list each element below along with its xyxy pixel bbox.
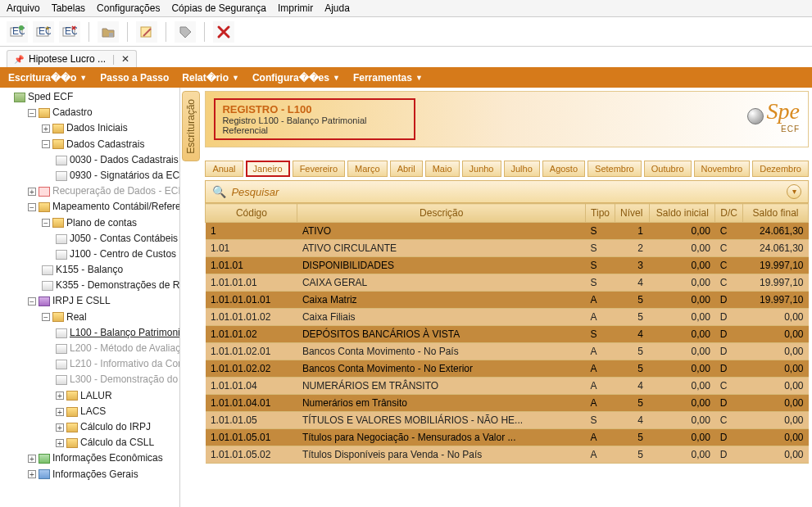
cell[interactable]: 1.01.01.02.02 <box>206 360 297 378</box>
month-tab-outubro[interactable]: Outubro <box>644 161 692 177</box>
menu-tabelas[interactable]: Tabelas <box>52 2 85 14</box>
cell[interactable]: 19.997,10 <box>743 292 809 309</box>
table-row[interactable]: 1.01.01.05TÍTULOS E VALORES MOBILIÁRIOS … <box>206 412 809 429</box>
cell[interactable]: 0,00 <box>650 412 715 429</box>
month-tab-dezembro[interactable]: Dezembro <box>752 161 809 177</box>
tree-dados-iniciais[interactable]: +Dados Iniciais <box>40 120 179 136</box>
tree-0030[interactable]: 0030 - Dados Cadastrais <box>54 152 179 168</box>
cell[interactable]: D <box>715 395 743 412</box>
cell[interactable]: DISPONIBILIDADES <box>297 257 586 274</box>
cell[interactable]: D <box>715 309 743 326</box>
menu-config[interactable]: Configurações <box>97 2 160 14</box>
table-row[interactable]: 1.01.01.04NUMERÁRIOS EM TRÂNSITOA40,00C0… <box>206 378 809 395</box>
cell[interactable]: 0,00 <box>650 257 715 274</box>
cell[interactable]: 24.061,30 <box>743 240 809 257</box>
th-saldo-final[interactable]: Saldo final <box>743 204 809 223</box>
cell[interactable]: 1.01.01.04 <box>206 378 297 395</box>
cell[interactable]: Títulos Disponíveis para Venda - No País <box>297 446 586 464</box>
cell[interactable]: D <box>715 360 743 378</box>
expand-icon[interactable]: + <box>28 188 36 196</box>
chevron-down-icon[interactable]: ▾ <box>787 184 801 199</box>
orange-submenu[interactable]: Escritura��o▼ Passo a Passo Relat�rio▼ C… <box>0 67 812 88</box>
tree-info-econ[interactable]: +Informações Econômicas <box>26 450 179 466</box>
month-tab-fevereiro[interactable]: Fevereiro <box>293 161 345 177</box>
data-table[interactable]: Código Descrição Tipo Nível Saldo inicia… <box>205 203 809 464</box>
cell[interactable]: 1 <box>206 223 297 240</box>
tree-lalur[interactable]: +LALUR <box>54 388 179 404</box>
tree-pane[interactable]: Sped ECF −Cadastro +Dados Iniciais −Dado… <box>0 88 180 507</box>
cell[interactable]: 0,00 <box>743 309 809 326</box>
tree-root[interactable]: Sped ECF −Cadastro +Dados Iniciais −Dado… <box>12 89 179 482</box>
ecf-import-icon[interactable]: ECF <box>33 21 54 43</box>
cell[interactable]: 0,00 <box>743 326 809 343</box>
cell[interactable]: 0,00 <box>650 378 715 395</box>
tree-lacs[interactable]: +LACS <box>54 404 179 419</box>
cell[interactable]: 0,00 <box>650 429 715 446</box>
tree-recup[interactable]: +Recuperação de Dados - ECF anterior e E… <box>26 183 179 199</box>
cell[interactable]: D <box>715 343 743 360</box>
tree-l300[interactable]: L300 - Demonstração do Resultad <box>54 372 179 387</box>
collapse-icon[interactable]: − <box>28 203 36 211</box>
table-row[interactable]: 1.01.01.01CAIXA GERALS40,00C19.997,10 <box>206 274 809 292</box>
cell[interactable]: 1.01.01.01.02 <box>206 309 297 326</box>
th-descricao[interactable]: Descrição <box>297 204 586 223</box>
tree-cadastro[interactable]: −Cadastro +Dados Iniciais −Dados Cadastr… <box>26 105 179 183</box>
month-tab-junho[interactable]: Junho <box>462 161 501 177</box>
cell[interactable]: 1.01.01.05 <box>206 412 297 429</box>
tree-l210[interactable]: L210 - Informativo da Composiçã <box>54 356 179 372</box>
cell[interactable]: Títulos para Negociação - Mensurados a V… <box>297 429 586 446</box>
cell[interactable]: 0,00 <box>743 395 809 412</box>
cell[interactable]: 0,00 <box>650 326 715 343</box>
th-nivel[interactable]: Nível <box>615 204 649 223</box>
collapse-icon[interactable]: − <box>28 297 36 306</box>
cell[interactable]: D <box>715 292 743 309</box>
cell[interactable]: C <box>715 223 743 240</box>
cell[interactable]: S <box>586 412 615 429</box>
cell[interactable]: A <box>586 446 615 464</box>
cell[interactable]: Bancos Conta Movimento - No País <box>297 343 586 360</box>
collapse-icon[interactable]: − <box>42 140 50 148</box>
cell[interactable]: 0,00 <box>743 378 809 395</box>
cell[interactable]: TÍTULOS E VALORES MOBILIÁRIOS - NÃO HE..… <box>297 412 586 429</box>
month-tab-novembro[interactable]: Novembro <box>694 161 751 177</box>
submenu-passo[interactable]: Passo a Passo <box>100 72 169 84</box>
tree-j100[interactable]: J100 - Centro de Custos <box>54 247 179 262</box>
cell[interactable]: 0,00 <box>650 240 715 257</box>
cell[interactable]: 1.01.01.01 <box>206 274 297 292</box>
month-tab-agosto[interactable]: Agosto <box>542 161 585 177</box>
expand-icon[interactable]: + <box>42 124 50 133</box>
cell[interactable]: 24.061,30 <box>743 223 809 240</box>
cell[interactable]: 5 <box>615 446 649 464</box>
expand-icon[interactable]: + <box>56 392 64 400</box>
cell[interactable]: 1.01.01.05.02 <box>206 446 297 464</box>
th-tipo[interactable]: Tipo <box>586 204 615 223</box>
cell[interactable]: A <box>586 395 615 412</box>
note-edit-icon[interactable] <box>136 21 157 43</box>
cell[interactable]: 5 <box>615 292 649 309</box>
cell[interactable]: 3 <box>615 257 649 274</box>
tree-mapeamento[interactable]: −Mapeamento Contábil/Referencial −Plano … <box>26 199 179 293</box>
expand-icon[interactable]: + <box>28 470 36 478</box>
month-tab-anual[interactable]: Anual <box>205 161 243 177</box>
expand-icon[interactable]: + <box>56 423 64 432</box>
cell[interactable]: 1.01.01.05.01 <box>206 429 297 446</box>
cell[interactable]: 2 <box>615 240 649 257</box>
cell[interactable]: 1.01.01 <box>206 257 297 274</box>
cell[interactable]: 5 <box>615 395 649 412</box>
cell[interactable]: DEPÓSITOS BANCÁRIOS À VISTA <box>297 326 586 343</box>
cell[interactable]: 0,00 <box>650 309 715 326</box>
cell[interactable]: ATIVO CIRCULANTE <box>297 240 586 257</box>
month-tab-julho[interactable]: Julho <box>504 161 540 177</box>
cell[interactable]: 0,00 <box>650 343 715 360</box>
cell[interactable]: 0,00 <box>743 429 809 446</box>
search-input[interactable]: Pesquisar <box>231 186 782 198</box>
cell[interactable]: A <box>586 360 615 378</box>
cell[interactable]: 1.01.01.02.01 <box>206 343 297 360</box>
th-codigo[interactable]: Código <box>206 204 297 223</box>
search-bar[interactable]: 🔍 Pesquisar ▾ <box>205 180 809 203</box>
cell[interactable]: 1.01 <box>206 240 297 257</box>
tree-0930[interactable]: 0930 - Signatários da ECF <box>54 168 179 183</box>
cell[interactable]: Caixa Matriz <box>297 292 586 309</box>
side-tab-escrituracao[interactable]: Escrituração <box>182 91 200 161</box>
cell[interactable]: D <box>715 326 743 343</box>
